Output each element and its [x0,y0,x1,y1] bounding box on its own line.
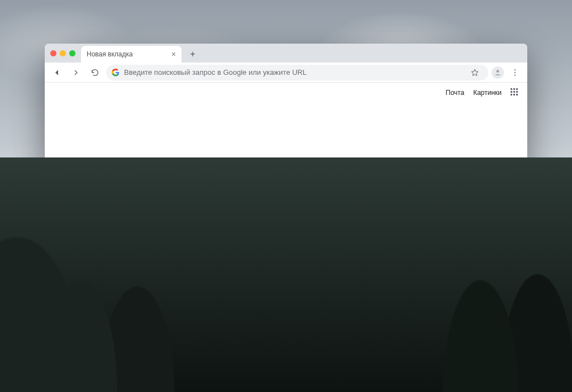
svg-point-1 [514,69,516,70]
upload-icon [387,259,398,268]
svg-point-7 [390,243,392,244]
kebab-menu-icon [511,68,519,77]
annotation-arrow [355,320,450,347]
reload-button[interactable] [87,65,103,80]
tab-close-button[interactable]: × [171,50,176,58]
chrome-icon [250,247,260,257]
popup-title: Персонализировать эту страницу [379,221,519,235]
pencil-icon [468,328,476,336]
back-button[interactable] [49,65,65,80]
reload-icon [90,68,99,77]
center-area: Google Введите поисковый запрос или URL [141,152,431,276]
plus-icon: + [305,240,330,265]
desktop-wallpaper: Новая вкладка × + Введ [0,0,572,392]
shortcut-internet[interactable]: Интернет [230,240,280,276]
mail-link[interactable]: Почта [446,89,464,97]
window-controls [50,44,81,63]
block-icon [387,304,398,313]
search-box[interactable]: Введите поисковый запрос или URL [141,204,431,228]
toolbar: Введите поисковый запрос в Google или ук… [45,63,527,83]
popup-item-label: Загрузить изображение [404,260,478,267]
new-tab-page: Почта Картинки Google Введите поисковый … [45,83,527,347]
svg-point-8 [389,306,395,312]
active-tab[interactable]: Новая вкладка × [81,46,182,63]
address-placeholder: Введите поисковый запрос в Google или ук… [124,68,307,77]
popup-item-restore-background: Восстановить фон по умолчанию [379,299,519,318]
svg-point-3 [514,74,516,75]
forward-button[interactable] [68,65,84,80]
picture-icon [387,239,398,250]
svg-marker-11 [415,326,438,347]
popup-item-upload-image[interactable]: Загрузить изображение [379,254,519,273]
svg-point-0 [497,70,499,73]
svg-rect-4 [417,212,418,216]
shortcuts-row: Интернет + Добавить яр… [141,240,431,276]
svg-line-10 [366,336,422,347]
customize-button[interactable]: Настроить [461,324,519,341]
window-minimize-button[interactable] [60,50,66,56]
tab-strip: Новая вкладка × + [45,44,527,63]
google-logo: Google [141,152,431,194]
popup-item-label: Восстановить ярлыки по умолчанию [404,282,512,298]
browser-window: Новая вкладка × + Введ [45,44,527,347]
link-icon [387,285,397,294]
search-placeholder: Введите поисковый запрос или URL [150,212,281,221]
svg-point-2 [514,71,516,73]
new-tab-button[interactable]: + [185,46,201,62]
arrow-left-icon [53,68,61,77]
tab-title: Новая вкладка [87,50,133,58]
profile-avatar[interactable] [492,66,504,79]
popup-item-chrome-backgrounds[interactable]: Фоновые изображения Chrome [379,235,519,254]
personalize-popup: Персонализировать эту страницу Фоновые и… [379,215,519,321]
window-zoom-button[interactable] [69,50,75,56]
svg-line-9 [390,307,394,311]
images-link[interactable]: Картинки [473,89,502,97]
popup-item-label: Восстановить фон по умолчанию [404,305,508,313]
voice-search-button[interactable] [412,211,422,222]
popup-item-restore-shortcuts: Восстановить ярлыки по умолчанию [379,280,519,299]
shortcut-label: Интернет [230,269,280,276]
person-icon [494,69,502,77]
chrome-menu-button[interactable] [507,65,523,80]
top-links: Почта Картинки [446,88,519,97]
microphone-icon [412,211,422,221]
shortcut-add[interactable]: + Добавить яр… [292,240,342,276]
google-g-icon [112,69,120,77]
popup-item-label: Фоновые изображения Chrome [404,241,502,248]
customize-label: Настроить [479,328,512,336]
google-apps-button[interactable] [511,88,519,97]
arrow-right-icon [72,68,80,77]
address-bar[interactable]: Введите поисковый запрос в Google или ук… [106,65,488,80]
star-icon [470,68,479,77]
shortcut-label: Добавить яр… [292,269,342,276]
bookmark-star-button[interactable] [467,65,483,80]
window-close-button[interactable] [50,50,56,56]
popup-divider [379,276,519,277]
